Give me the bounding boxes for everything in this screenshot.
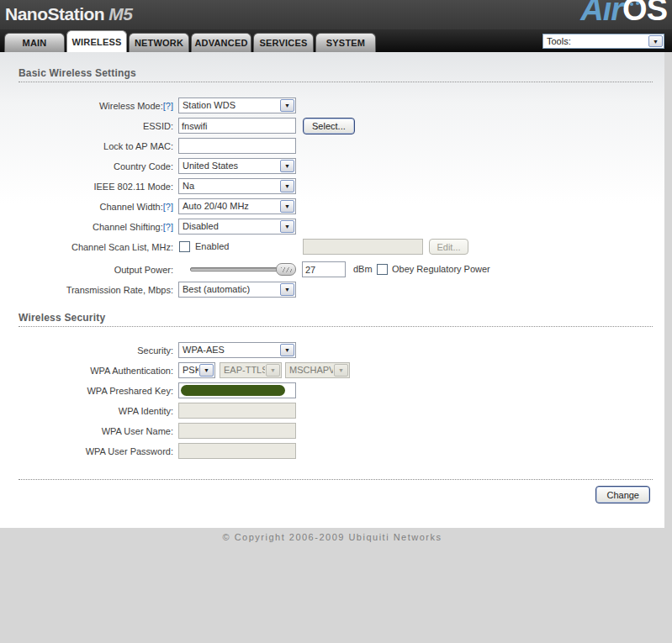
wireless-mode-arrow-button[interactable]: ▼ <box>280 99 294 112</box>
wpa-user-name-row: WPA User Name: <box>0 423 664 439</box>
tx-rate-select[interactable]: Best (automatic) ▼ <box>178 282 296 298</box>
tools-select[interactable]: Tools: ▼ <box>542 34 664 49</box>
channel-width-arrow-button[interactable]: ▼ <box>280 200 294 213</box>
basic-wireless-settings-title: Basic Wireless Settings <box>19 52 653 82</box>
tab-wireless[interactable]: WIRELESS <box>66 30 127 52</box>
wireless-security-title: Wireless Security <box>19 302 653 327</box>
obey-regulatory-checkbox[interactable] <box>377 264 388 275</box>
country-code-row: Country Code: United States ▼ <box>0 158 664 174</box>
wpa-inner-auth-select: MSCHAPV2 ▼ <box>285 362 350 378</box>
ieee-mode-row: IEEE 802.11 Mode: Na ▼ <box>0 178 664 194</box>
security-label: Security: <box>0 345 173 356</box>
output-power-slider[interactable] <box>190 267 278 271</box>
airos-signal-dots-icon <box>630 3 633 6</box>
device-brand: NanoStation <box>5 4 104 24</box>
wpa-inner-auth-arrow-button: ▼ <box>334 364 348 377</box>
change-button[interactable]: Change <box>595 486 650 503</box>
channel-scan-list-input <box>303 239 423 255</box>
essid-input[interactable] <box>178 118 296 134</box>
wpa-preshared-key-row: WPA Preshared Key: <box>0 382 664 398</box>
content-panel: Basic Wireless Settings Wireless Mode:[?… <box>0 52 664 528</box>
channel-width-select[interactable]: Auto 20/40 MHz ▼ <box>178 198 296 214</box>
dropdown-arrow-icon: ▼ <box>284 103 290 108</box>
tools-select-value: Tools: <box>543 34 648 48</box>
channel-shifting-help-link[interactable]: [?] <box>163 222 173 232</box>
tab-advanced[interactable]: ADVANCED <box>191 33 251 52</box>
security-arrow-button[interactable]: ▼ <box>280 344 294 356</box>
tab-system[interactable]: SYSTEM <box>315 33 376 52</box>
wpa-user-password-row: WPA User Password: <box>0 443 664 459</box>
airos-logo-air: Air <box>580 0 622 27</box>
output-power-input[interactable] <box>302 261 346 277</box>
country-code-label: Country Code: <box>0 161 173 171</box>
tx-rate-value: Best (automatic) <box>179 282 279 297</box>
channel-scan-edit-button: Edit... <box>429 239 468 255</box>
channel-scan-list-label: Channel Scan List, MHz: <box>0 242 173 252</box>
channel-width-value: Auto 20/40 MHz <box>179 199 279 213</box>
security-row: Security: WPA-AES ▼ <box>0 342 664 358</box>
device-model: M5 <box>108 4 132 24</box>
basic-wireless-form: Wireless Mode:[?] Station WDS ▼ ESSID: S… <box>0 98 664 298</box>
output-power-row: Output Power: dBm Obey Regulatory Power <box>0 261 664 277</box>
change-row: Change <box>0 486 650 503</box>
country-code-value: United States <box>179 159 279 173</box>
wpa-auth-value: PSK <box>179 363 198 377</box>
wireless-mode-label-text: Wireless Mode: <box>99 101 163 111</box>
ieee-mode-select[interactable]: Na ▼ <box>178 178 296 194</box>
wireless-mode-row: Wireless Mode:[?] Station WDS ▼ <box>0 98 664 113</box>
channel-scan-enabled-checkbox[interactable] <box>179 241 190 252</box>
wireless-mode-help-link[interactable]: [?] <box>163 101 173 111</box>
country-code-arrow-button[interactable]: ▼ <box>280 160 294 172</box>
wpa-auth-select[interactable]: PSK ▼ <box>178 362 215 378</box>
channel-scan-enabled-label: Enabled <box>195 241 229 251</box>
airos-logo: AirOS <box>580 0 667 28</box>
dropdown-arrow-icon: ▼ <box>270 367 276 373</box>
tab-network[interactable]: NETWORK <box>129 33 189 52</box>
app-header: NanoStationM5 AirOS <box>0 0 672 29</box>
tab-main[interactable]: MAIN <box>4 33 65 52</box>
wpa-authentication-row: WPA Authentication: PSK ▼ EAP-TTLS ▼ MSC… <box>0 362 664 378</box>
dropdown-arrow-icon: ▼ <box>204 367 209 373</box>
wpa-preshared-key-input[interactable] <box>178 382 296 398</box>
channel-shifting-select[interactable]: Disabled ▼ <box>178 219 296 235</box>
security-select[interactable]: WPA-AES ▼ <box>178 342 296 358</box>
country-code-select[interactable]: United States ▼ <box>178 158 296 174</box>
channel-scan-list-row: Channel Scan List, MHz: Enabled Edit... <box>0 239 664 255</box>
essid-label: ESSID: <box>0 121 173 131</box>
tx-rate-arrow-button[interactable]: ▼ <box>280 283 294 296</box>
essid-row: ESSID: Select... <box>0 118 664 134</box>
channel-shifting-arrow-button[interactable]: ▼ <box>280 220 294 233</box>
output-power-slider-handle[interactable] <box>276 263 296 276</box>
nav-tabs: MAIN WIRELESS NETWORK ADVANCED SERVICES … <box>4 30 378 52</box>
wpa-eap-arrow-button: ▼ <box>266 364 280 377</box>
tab-services[interactable]: SERVICES <box>253 33 314 52</box>
security-value: WPA-AES <box>179 343 279 357</box>
wpa-identity-label: WPA Identity: <box>0 406 173 416</box>
wpa-eap-value: EAP-TTLS <box>220 363 265 377</box>
channel-shifting-value: Disabled <box>179 219 279 234</box>
device-logo: NanoStationM5 <box>5 4 132 24</box>
lock-to-ap-mac-input[interactable] <box>178 138 296 154</box>
slider-grip-icon <box>281 267 292 272</box>
channel-width-help-link[interactable]: [?] <box>163 202 173 212</box>
wireless-mode-select[interactable]: Station WDS ▼ <box>178 98 296 113</box>
lock-to-ap-mac-row: Lock to AP MAC: <box>0 138 664 154</box>
wireless-mode-label: Wireless Mode:[?] <box>0 101 173 111</box>
ieee-mode-value: Na <box>179 179 279 193</box>
essid-select-button[interactable]: Select... <box>303 118 355 134</box>
wpa-auth-arrow-button[interactable]: ▼ <box>199 364 214 377</box>
ieee-mode-label: IEEE 802.11 Mode: <box>0 182 173 192</box>
wireless-mode-value: Station WDS <box>179 98 279 113</box>
channel-shifting-row: Channel Shifting:[?] Disabled ▼ <box>0 219 664 235</box>
channel-width-label: Channel Width:[?] <box>0 202 173 212</box>
main-nav: MAIN WIRELESS NETWORK ADVANCED SERVICES … <box>0 29 672 52</box>
output-power-label: Output Power: <box>0 265 173 275</box>
wpa-eap-select: EAP-TTLS ▼ <box>220 362 282 378</box>
channel-width-row: Channel Width:[?] Auto 20/40 MHz ▼ <box>0 198 664 214</box>
tx-rate-label: Transmission Rate, Mbps: <box>0 285 173 295</box>
tools-dropdown-arrow-button[interactable]: ▼ <box>648 35 663 47</box>
ieee-mode-arrow-button[interactable]: ▼ <box>280 180 294 192</box>
dropdown-arrow-icon: ▼ <box>653 39 659 45</box>
lock-to-ap-mac-label: Lock to AP MAC: <box>0 141 173 151</box>
tx-rate-row: Transmission Rate, Mbps: Best (automatic… <box>0 282 664 298</box>
